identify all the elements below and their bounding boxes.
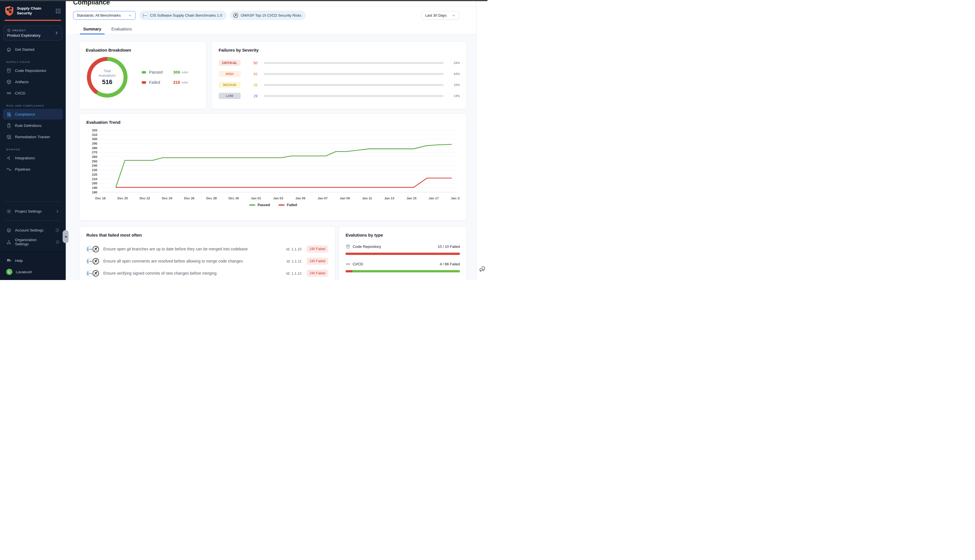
user-name: Lavakush bbox=[16, 270, 32, 274]
project-selector[interactable]: PROJECT Product Exploratory bbox=[3, 25, 62, 41]
rules-failed-card: Rules that failed most often CISEnsure o… bbox=[79, 227, 335, 280]
severity-percent: 19% bbox=[449, 83, 460, 87]
svg-text:Dec 26: Dec 26 bbox=[184, 197, 194, 200]
severity-count: 92 bbox=[245, 72, 257, 76]
help-chat-icon: ? bbox=[6, 258, 12, 263]
benchmark-chips: CISCIS Software Supply Chain Benchmarks … bbox=[140, 11, 306, 20]
severity-percent: 14% bbox=[449, 94, 460, 98]
svg-text:220: 220 bbox=[92, 173, 97, 176]
severity-bar-track bbox=[264, 95, 444, 97]
type-label: Code Repository bbox=[353, 245, 381, 249]
layers-icon bbox=[6, 228, 12, 233]
legend-unit: rules bbox=[181, 81, 188, 84]
repo-icon bbox=[346, 244, 351, 249]
sidebar-item-label: Compliance bbox=[15, 112, 35, 117]
date-range-dropdown[interactable]: Last 30 Days bbox=[421, 11, 459, 20]
standards-filter-dropdown[interactable]: Standards: All Benchmarks bbox=[73, 11, 136, 20]
date-range-value: Last 30 Days bbox=[425, 13, 447, 17]
sidebar-item-code-repositories[interactable]: Code Repositories bbox=[3, 65, 63, 76]
card-title: Evaluation Breakdown bbox=[86, 48, 200, 52]
sidebar-item-ci-cd[interactable]: CI/CD bbox=[3, 88, 63, 98]
pipelines-icon bbox=[6, 167, 12, 172]
brand-title: Supply Chain Security bbox=[17, 6, 52, 16]
type-header: CI/CD4 / 66 Failed bbox=[346, 262, 460, 267]
svg-text:300: 300 bbox=[92, 137, 97, 141]
standards-filter-value: Standards: All Benchmarks bbox=[77, 13, 121, 17]
summary-content: Evaluation Breakdown Totalevaluations 51… bbox=[66, 34, 476, 280]
legend-label: Passed bbox=[149, 70, 173, 75]
owasp-logo-icon bbox=[233, 13, 239, 18]
benchmark-chip[interactable]: OWASP Top 10 CI/CD Security Risks bbox=[230, 11, 306, 20]
failed-rule-row[interactable]: CISEnsure verifying signed commits of ne… bbox=[86, 268, 328, 278]
divider bbox=[5, 202, 61, 202]
sidebar-item-get-started[interactable]: Get Started bbox=[3, 44, 63, 55]
failed-rule-row[interactable]: CISEnsure open git branches are up to da… bbox=[86, 244, 328, 254]
sidebar-item-organization-settings[interactable]: Organization Settings bbox=[3, 237, 63, 247]
tab-summary[interactable]: Summary bbox=[79, 25, 105, 34]
svg-text:Dec 20: Dec 20 bbox=[117, 197, 128, 200]
svg-text:Jan 05: Jan 05 bbox=[296, 197, 306, 200]
rule-failed-badge: 240 Failed bbox=[307, 270, 328, 277]
rule-benchmark-icons: CIS bbox=[86, 246, 99, 253]
rule-benchmark-icons: CIS bbox=[86, 258, 99, 265]
card-title: Evalutions by type bbox=[346, 233, 460, 237]
chip-label: CIS Software Supply Chain Benchmarks 1.0 bbox=[150, 13, 222, 17]
sidebar-item-label: Account Settings bbox=[15, 228, 43, 232]
svg-text:320: 320 bbox=[92, 128, 97, 132]
cube-icon bbox=[6, 79, 12, 85]
benchmark-chip[interactable]: CISCIS Software Supply Chain Benchmarks … bbox=[140, 11, 226, 20]
legend-swatch bbox=[279, 205, 285, 205]
legend-value: 306 bbox=[173, 70, 180, 75]
sidebar-item-label: Remediation Tracker bbox=[15, 135, 50, 139]
clipboard-icon bbox=[6, 123, 12, 128]
severity-rows: CRITICAL5024%HIGH9244%MEDIUM3919%LOW2914… bbox=[219, 59, 460, 100]
page-header: Compliance Standards: All Benchmarks CIS… bbox=[66, 1, 476, 34]
rule-text: Ensure all open comments are resolved be… bbox=[103, 259, 287, 263]
sidebar-item-integrations[interactable]: Integrations bbox=[3, 153, 63, 163]
sidebar-item-artifacts[interactable]: Artifacts bbox=[3, 77, 63, 87]
failed-rule-row[interactable]: CISEnsure all open comments are resolved… bbox=[86, 256, 328, 266]
brand-accent-bar bbox=[5, 20, 61, 21]
app-switcher-grid-icon[interactable] bbox=[55, 8, 61, 14]
svg-text:Jan 11: Jan 11 bbox=[362, 197, 372, 200]
failed-segment bbox=[346, 270, 352, 272]
sidebar-collapse-handle[interactable]: ◀ bbox=[63, 230, 68, 243]
tab-evaluations[interactable]: Evaluations bbox=[107, 25, 136, 34]
project-name: Product Exploratory bbox=[7, 33, 54, 38]
sidebar-item-compliance[interactable]: Compliance bbox=[3, 109, 63, 120]
sidebar-item-remediation-tracker[interactable]: Remediation Tracker bbox=[3, 132, 63, 142]
svg-text:Jan 15: Jan 15 bbox=[407, 197, 417, 200]
svg-text:Dec 24: Dec 24 bbox=[162, 197, 173, 200]
evaluation-trend-chart: 1801902002102202302402502602702802903003… bbox=[86, 127, 460, 202]
evaluation-trend-card: Evaluation Trend 18019020021022023024025… bbox=[79, 113, 467, 221]
tab-bar: Summary Evaluations bbox=[73, 25, 476, 34]
avatar: L bbox=[6, 269, 12, 275]
owasp-logo-icon bbox=[92, 270, 99, 277]
legend-swatch bbox=[142, 81, 146, 84]
repo-icon bbox=[6, 68, 12, 73]
sidebar-item-help[interactable]: ? Help bbox=[3, 255, 63, 266]
evaluations-by-type-card: Evalutions by type Code Repository10 / 1… bbox=[339, 227, 467, 280]
sidebar-item-account-settings[interactable]: Account Settings bbox=[3, 225, 63, 235]
legend-swatch bbox=[249, 205, 255, 205]
sidebar-item-project-settings[interactable]: Project Settings bbox=[3, 206, 63, 217]
legend-value: 210 bbox=[173, 80, 180, 85]
svg-text:310: 310 bbox=[92, 133, 97, 137]
severity-row-high: HIGH9244% bbox=[219, 70, 460, 78]
sidebar-item-rule-definitions[interactable]: Rule Definitions bbox=[3, 120, 63, 131]
severity-badge: MEDIUM bbox=[219, 82, 240, 88]
severity-badge: CRITICAL bbox=[219, 60, 240, 66]
severity-bar-track bbox=[264, 84, 444, 86]
sidebar-item-pipelines[interactable]: Pipelines bbox=[3, 164, 63, 175]
feedback-chat-icon[interactable] bbox=[479, 265, 486, 273]
sidebar-item-user[interactable]: L Lavakush bbox=[3, 267, 63, 277]
type-progress-bar bbox=[346, 253, 460, 255]
info-icon[interactable] bbox=[55, 228, 60, 232]
rule-rows: CISEnsure open git branches are up to da… bbox=[86, 244, 328, 278]
docsearch-icon bbox=[6, 112, 12, 117]
app-root: Supply Chain Security PROJECT Product Ex… bbox=[0, 0, 488, 280]
svg-text:240: 240 bbox=[92, 164, 97, 167]
severity-row-low: LOW2914% bbox=[219, 92, 460, 100]
info-icon[interactable] bbox=[55, 240, 60, 244]
sidebar-item-label: Artifacts bbox=[15, 80, 29, 84]
